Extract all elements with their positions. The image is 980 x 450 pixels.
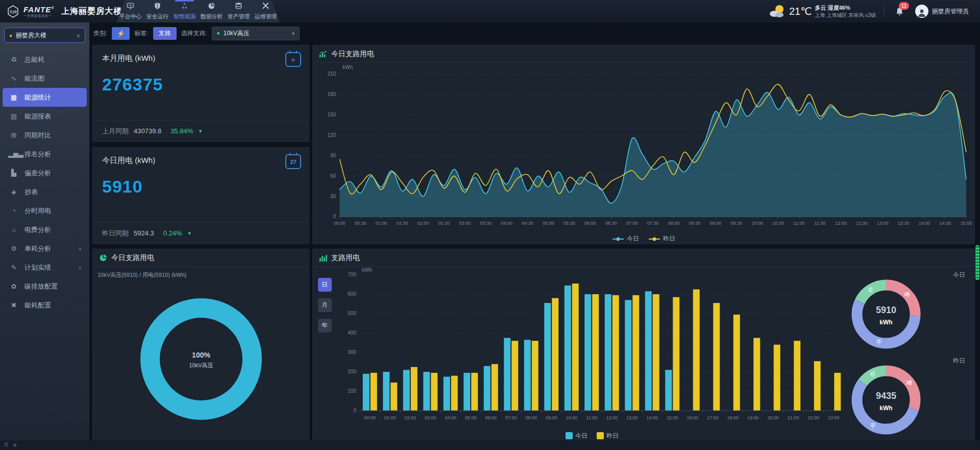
- category-electricity-button[interactable]: ⚡: [112, 27, 130, 40]
- line-panel-title: 今日支路用电: [331, 50, 374, 59]
- svg-text:00:30: 00:30: [355, 221, 366, 226]
- svg-text:12:00: 12:00: [835, 221, 847, 226]
- svg-text:01:00: 01:00: [376, 221, 387, 226]
- sidebar-item-3[interactable]: ▤能源报表: [3, 107, 87, 126]
- sidebar-item-9[interactable]: ⌂电费分析: [3, 220, 87, 239]
- svg-text:11:30: 11:30: [814, 221, 825, 226]
- svg-text:90: 90: [330, 153, 336, 158]
- svg-text:谷: 谷: [870, 371, 876, 377]
- today-usage-value: 5910: [93, 165, 309, 197]
- nav-item-5[interactable]: 运维管理: [253, 0, 278, 22]
- sidebar-item-6[interactable]: ▙偏差分析: [3, 163, 87, 182]
- branch-bar-panel: 支路用电 日月年 0100200300400500600700kWh00:000…: [312, 249, 975, 444]
- divider: [884, 5, 885, 18]
- grid-dots-icon[interactable]: ⠿: [4, 442, 8, 448]
- calendar-day-icon[interactable]: 27: [285, 154, 301, 169]
- bar-chart: 0100200300400500600700kWh00:0001:0002:00…: [336, 267, 848, 429]
- today-branch-line-panel: 今日支路用电 0306090120150180210kWh00:0000:300…: [312, 45, 975, 244]
- scrollbar-thumb[interactable]: [975, 245, 979, 280]
- branch-select-value: 10kV高压: [223, 29, 288, 38]
- branch-select[interactable]: ■ 10kV高压 ▾: [212, 27, 300, 40]
- today-donut-label: 今日: [953, 271, 965, 279]
- sidebar-item-7[interactable]: ◈抄表: [3, 182, 87, 201]
- svg-text:08:00: 08:00: [525, 415, 537, 420]
- building-selector[interactable]: ● 丽婴房大楼 ∨: [4, 28, 85, 43]
- legend-square-icon: [566, 432, 573, 439]
- svg-text:07:30: 07:30: [647, 221, 659, 226]
- sidebar-item-13[interactable]: ✖能耗配置: [3, 296, 87, 315]
- sidebar-item-8[interactable]: ◔分时用电: [3, 201, 87, 220]
- nav-item-4[interactable]: 资产管理: [226, 0, 251, 22]
- report-table-icon: ▤: [8, 112, 19, 120]
- legend-item-今日[interactable]: 今日: [566, 432, 587, 440]
- month-compare-value: 430739.8: [134, 127, 161, 135]
- notifications-button[interactable]: 11: [893, 7, 906, 16]
- svg-text:04:00: 04:00: [445, 415, 456, 420]
- svg-text:15:00: 15:00: [667, 415, 678, 420]
- svg-text:02:30: 02:30: [438, 221, 450, 226]
- list-icon[interactable]: ≡: [13, 442, 16, 448]
- sidebar-item-11[interactable]: ✎计划实绩∨: [3, 258, 87, 277]
- legend-square-icon: [597, 432, 604, 439]
- person-icon: [917, 8, 927, 18]
- tag-label: 标签:: [134, 29, 148, 38]
- tools-icon: [262, 2, 270, 12]
- bar-chart-icon: [319, 254, 327, 262]
- svg-text:kWh: kWh: [362, 267, 372, 273]
- svg-text:04:30: 04:30: [522, 221, 533, 226]
- svg-text:100: 100: [348, 388, 356, 394]
- svg-text:凡特: 凡特: [9, 9, 17, 14]
- unit-consumption-icon: ⚙: [8, 245, 19, 252]
- sidebar-item-4[interactable]: ⊞同期对比: [3, 126, 87, 145]
- svg-text:14:00: 14:00: [646, 415, 658, 420]
- down-triangle-icon: ▼: [187, 231, 192, 236]
- month-usage-title: 本月用电 (kWh): [93, 45, 309, 63]
- period-toggle-1[interactable]: 月: [318, 298, 332, 312]
- avatar: [915, 5, 928, 18]
- chevron-down-icon: ∨: [78, 246, 82, 251]
- svg-text:05:00: 05:00: [465, 415, 477, 420]
- svg-text:07:00: 07:00: [505, 415, 517, 420]
- svg-text:5910: 5910: [876, 305, 896, 315]
- user-name: 丽婴房管理员: [932, 7, 969, 16]
- notification-badge: 11: [899, 2, 909, 10]
- user-menu[interactable]: 丽婴房管理员: [915, 5, 969, 18]
- nav-item-3[interactable]: 数据分析: [199, 0, 224, 22]
- svg-text:600: 600: [348, 291, 356, 297]
- donut-panel-title: 今日支路用电: [111, 253, 154, 263]
- sidebar-item-0[interactable]: ♻总能耗: [3, 50, 87, 69]
- deviation-chart-icon: ▙: [8, 169, 19, 177]
- svg-text:20:00: 20:00: [767, 415, 779, 420]
- sidebar-item-1[interactable]: ∿能流图: [3, 69, 87, 88]
- period-toggle-2[interactable]: 年: [318, 319, 332, 333]
- svg-text:09:00: 09:00: [710, 221, 722, 226]
- line-marker-icon: [612, 236, 624, 242]
- legend-item-今日[interactable]: 今日: [612, 234, 639, 243]
- svg-text:05:00: 05:00: [543, 221, 554, 226]
- svg-text:03:00: 03:00: [459, 221, 471, 226]
- svg-text:13:30: 13:30: [898, 221, 910, 226]
- weather-location: 上海 上海城区 东南风 ≤3级: [815, 12, 876, 19]
- svg-text:平: 平: [870, 423, 876, 429]
- period-toggle-0[interactable]: 日: [318, 278, 332, 292]
- legend-item-昨日[interactable]: 昨日: [648, 234, 675, 243]
- nav-item-2[interactable]: 智慧能源: [172, 0, 197, 22]
- category-label: 类别:: [93, 29, 107, 38]
- nav-item-1[interactable]: 安全运行: [145, 0, 170, 22]
- calendar-add-icon[interactable]: +: [285, 52, 301, 67]
- nav-item-0[interactable]: 平台中心: [118, 0, 143, 22]
- sidebar-item-12[interactable]: ✿碳排放配置: [3, 277, 87, 296]
- svg-text:04:00: 04:00: [501, 221, 512, 226]
- location-pin-icon: ●: [9, 33, 12, 38]
- carbon-config-icon: ✿: [8, 282, 19, 290]
- sidebar-item-2[interactable]: ▦能源统计: [3, 88, 87, 107]
- branch-donut-chart: 100%10kV高压: [93, 290, 309, 428]
- shield-icon: [154, 2, 161, 12]
- legend-item-昨日[interactable]: 昨日: [597, 432, 619, 440]
- tag-branch-button[interactable]: 支路: [153, 27, 177, 40]
- sidebar-item-10[interactable]: ⚙单耗分析∨: [3, 239, 87, 258]
- yesterday-tariff-donut: 昨日 峰平谷9435kWh: [848, 356, 974, 441]
- svg-text:16:00: 16:00: [687, 415, 698, 420]
- sidebar-item-5[interactable]: ▂▅▃排名分析: [3, 145, 87, 163]
- down-triangle-icon: ▼: [198, 129, 203, 134]
